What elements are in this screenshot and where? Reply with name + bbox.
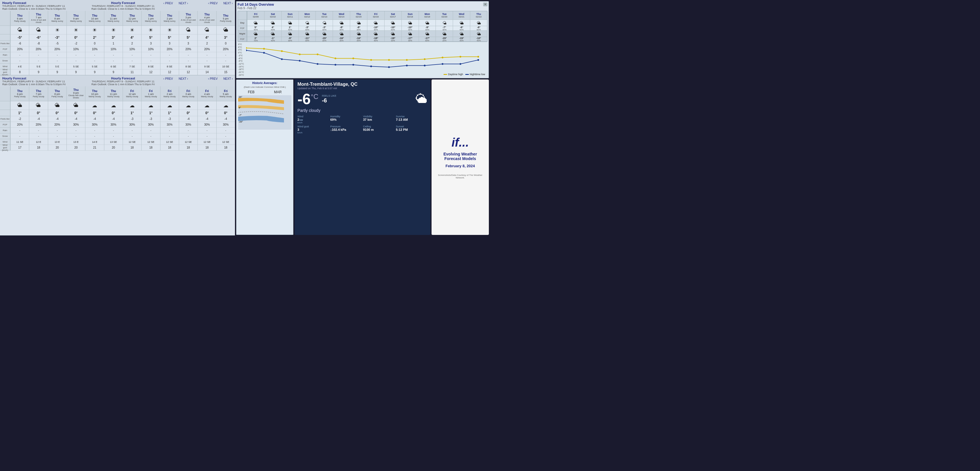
wind-label: Wind (298, 115, 329, 118)
hour-column-8: Fri2 amMainly cloudy☁1°-330%--12 SE18 (160, 86, 179, 151)
row-label-snow: Snow (0, 133, 10, 139)
fd-day-col-8: Sat02/17🌥-10°60%🌥-19°30% (384, 11, 401, 42)
svg-point-20 (352, 64, 354, 66)
svg-point-13 (477, 56, 479, 57)
left-panel: Hourly Forecast THURSDAY, FEBRUARY 8 - S… (0, 0, 235, 235)
hour-column-11: Thu5 pmPartly cloudy🌥3°020%--10 SE15 (216, 11, 235, 75)
historic-chart: 25° 9° -7° -23° (238, 95, 291, 130)
bottom-hourly-nav-left[interactable]: ‹ PREV (163, 77, 173, 80)
hour-column-6: Thu12 pmMainly sunny☀4°210%--7 SE11 (123, 11, 141, 75)
top-hourly-header: Hourly Forecast THURSDAY, FEBRUARY 8 - S… (0, 0, 235, 11)
bottom-hourly-title: Hourly Forecast (2, 77, 83, 80)
historic-subtitle: (Dash Line Indicate Common Wind Chill.) (238, 86, 291, 88)
hour-column-7: Fri1 amMainly cloudy☁1°-330%--12 SE18 (141, 86, 160, 151)
right-panel: Full 14 Days Overview Feb 9 - Feb 22 ✕ D… (235, 0, 490, 235)
temperature-chart (246, 42, 487, 77)
visibility-label: Visibility (363, 115, 395, 118)
bottom-hourly-nav-right[interactable]: NEXT › (178, 77, 188, 80)
top-hourly-sub1: THURSDAY, FEBRUARY 8 - SUNDAY, FEBRUARY … (2, 5, 83, 8)
current-location: Mont-Tremblant-Village, QC (298, 82, 428, 87)
svg-point-16 (281, 58, 283, 60)
visibility-value: 37 km (363, 118, 395, 121)
svg-point-24 (424, 65, 426, 66)
bottom-hourly-header: Hourly Forecast THURSDAY, FEBRUARY 8 - S… (0, 75, 235, 86)
top-hourly-section: Hourly Forecast THURSDAY, FEBRUARY 8 - S… (0, 0, 235, 75)
current-updated: Updated on Thu, Feb 8 at 5:07 AM (298, 87, 428, 90)
top-hourly-nav-right[interactable]: NEXT › (178, 1, 188, 5)
fd-close-button[interactable]: ✕ (483, 3, 487, 6)
hour-column-2: Thu8 pmPartly cloudy🌥0°-420%--13 E20 (48, 86, 67, 151)
svg-point-7 (370, 59, 372, 61)
hour-column-10: Thu4 pmA mix of sun and clouds🌤4°220%--9… (197, 11, 216, 75)
stat-wind: Wind 2SW km/h (298, 115, 329, 124)
svg-text:25°: 25° (239, 96, 242, 98)
windgust-unit: km/h (298, 131, 329, 134)
bottom-hourly-sub2: Rain Outlook: Close to 1 mm 6:00am Thu t… (2, 83, 83, 86)
svg-point-4 (317, 53, 318, 55)
top-hourly-nav-left[interactable]: ‹ PREV (163, 1, 173, 5)
svg-point-22 (388, 66, 390, 68)
current-description: Partly cloudy (298, 108, 428, 113)
windgust-label: Wind gust (298, 125, 329, 128)
fd-day-col-6: Thu02/15🌥-8°30%🌥-16°30% (350, 11, 367, 42)
svg-text:-7°: -7° (239, 114, 242, 117)
row-label-feels-like: Feels like (0, 116, 10, 122)
hour-column-4: Thu10 pmMainly cloudy☁0°-430%--14 E21 (85, 86, 104, 151)
hour-column-3: Thu9 pmCloudy with clear breaks🌥0°-430%-… (67, 86, 85, 151)
sunset-value: 5:12 PM (396, 128, 428, 131)
bottom-hourly-nav-left2[interactable]: ‹ PREV (208, 77, 218, 80)
if-logo: if... (452, 136, 469, 149)
stat-sunrise: Sunrise 7:13 AM (396, 115, 428, 124)
fd-day-col-4: Tue02/13🌤-3°30%🌥-15°30% (315, 11, 332, 42)
historic-title: Historic Averages: (238, 81, 291, 85)
bottom-hourly-nav-right2[interactable]: NEXT › (223, 77, 233, 80)
pressure-label: Pressure (330, 125, 362, 128)
ceiling-value: 9100 m (363, 128, 395, 131)
current-unit: °C (310, 91, 318, 102)
legend-daytime-line (444, 74, 447, 75)
svg-point-26 (460, 63, 461, 65)
current-temp: -6 (298, 91, 310, 106)
bottom-hourly-sub3: THURSDAY, FEBRUARY 8 - SUNDAY, FEBRUARY … (83, 80, 163, 83)
hour-column-1: Thu7 pmPartly cloudy🌥0°-420%--12 E18 (29, 86, 48, 151)
fourteen-day-panel: Full 14 Days Overview Feb 9 - Feb 22 ✕ D… (236, 1, 489, 78)
hour-column-3: Thu9 amMainly sunny☀0°-210%--5 SE9 (67, 11, 85, 75)
windgust-value: 3 (298, 128, 329, 131)
legend-daytime-label: Daytime high (448, 73, 463, 76)
stat-windgust: Wind gust 3 km/h (298, 125, 329, 134)
stat-visibility: Visibility 37 km (363, 115, 395, 124)
top-hourly-nav-right2[interactable]: NEXT › (223, 1, 233, 5)
fd-day-col-2: Sun02/11🌥1°40%🌥-9°30% (282, 11, 299, 42)
fd-chart: 9°C 6°C 3°C 0°C -3°C -6°C -9°C -12°C -15… (237, 42, 487, 77)
hour-column-8: Thu2 pmMainly sunny☀5°320%--8 SE12 (160, 11, 179, 75)
if-credit: Screenshots/Data Courtesy of The Weather… (435, 174, 485, 179)
svg-point-9 (406, 59, 408, 61)
hour-column-5: Thu11 amMainly sunny☀3°110%--6 SE9 (104, 11, 123, 75)
svg-text:-23°: -23° (239, 120, 243, 123)
hour-column-9: Thu3 pmA mix of sun and clouds🌤5°320%--8… (179, 11, 197, 75)
top-hourly-sub4: Rain Outlook: Close to 1 mm 6:00am Thu t… (83, 8, 163, 10)
sunrise-label: Sunrise (396, 115, 428, 118)
top-hourly-nav-left2[interactable]: ‹ PREV (208, 1, 218, 5)
fd-label-col: DayPOPNightPOP (238, 11, 247, 42)
svg-point-10 (424, 58, 426, 60)
humidity-label: Humidity (330, 115, 362, 118)
legend-nighttime-line (465, 74, 469, 75)
hour-column-6: Fri12 amMainly cloudy☁1°-330%--12 SE18 (123, 86, 141, 151)
bottom-hourly-section: Hourly Forecast THURSDAY, FEBRUARY 8 - S… (0, 75, 235, 235)
top-hourly-grid: Feels likePOPRainSnowWindWind gust (km/h… (0, 11, 235, 75)
top-hourly-title-block: Hourly Forecast THURSDAY, FEBRUARY 8 - S… (2, 1, 83, 10)
svg-point-0 (246, 47, 247, 49)
top-hourly-title: Hourly Forecast (2, 1, 83, 5)
row-label-pop: POP (0, 46, 10, 52)
bottom-hourly-sub1: THURSDAY, FEBRUARY 8 - SUNDAY, FEBRUARY … (2, 80, 83, 83)
current-conditions-panel: Mont-Tremblant-Village, QC Updated on Th… (294, 80, 430, 235)
hour-column-5: Thu11 pmMainly cloudy☁0°-430%--13 SE20 (104, 86, 123, 151)
hour-column-7: Thu1 pmMainly sunny☀5°310%--8 SE12 (141, 11, 160, 75)
fd-day-col-9: Sun02/18🌥-10°30%🌥-17°30% (401, 11, 418, 42)
feels-like-value: -6 (322, 97, 336, 104)
row-label-wind-gust-(km/h): Wind gust (km/h) (0, 69, 10, 75)
hour-column-0: Thu6 amPartly cloudy🌤-5°-620%--4 E8 (10, 11, 29, 75)
fd-day-col-11: Tue02/20🌤-7°30%🌥-15°20% (436, 11, 453, 42)
if-tagline: Evolving Weather Forecast Models (435, 152, 485, 161)
